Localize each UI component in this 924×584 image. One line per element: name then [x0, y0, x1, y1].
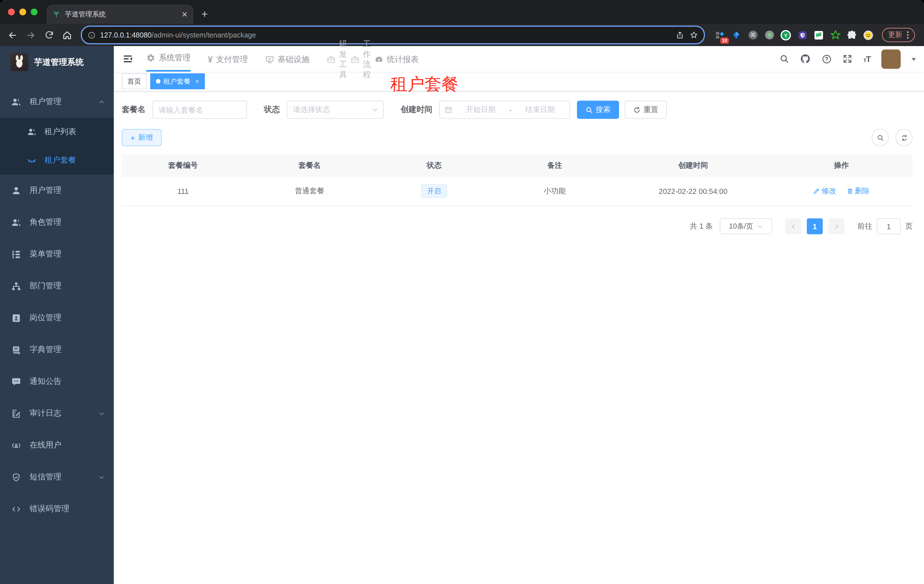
- avatar-caret-icon[interactable]: [911, 58, 916, 61]
- users-icon: [12, 217, 21, 227]
- help-icon[interactable]: [822, 54, 832, 64]
- cell-created-time: 2022-02-22 00:54:00: [616, 187, 770, 195]
- date-range-picker[interactable]: 开始日期 - 结束日期: [439, 100, 570, 119]
- topnav-item-report[interactable]: 统计报表: [375, 46, 419, 72]
- ext-shield-icon[interactable]: [797, 29, 808, 41]
- page-size-select[interactable]: 10条/页: [720, 218, 772, 234]
- tag-close-icon[interactable]: ×: [195, 77, 199, 85]
- share-icon[interactable]: [676, 31, 684, 39]
- edit-link[interactable]: 修改: [813, 186, 837, 196]
- cell-remark: 小功能: [493, 186, 616, 196]
- sidebar-item-label: 岗位管理: [30, 313, 105, 323]
- close-window-button[interactable]: [8, 8, 15, 15]
- site-info-icon[interactable]: [87, 31, 96, 39]
- package-table: 套餐编号 套餐名 状态 备注 创建时间 操作 111 普通套餐 开启 小功能 2…: [122, 154, 912, 206]
- ext-star-icon[interactable]: [830, 29, 841, 41]
- ext-chat-icon[interactable]: [813, 29, 825, 41]
- page-number-button[interactable]: 1: [807, 218, 823, 234]
- sidebar-item-post[interactable]: 岗位管理: [0, 302, 114, 334]
- topnav-item-pay[interactable]: ¥ 支付管理: [208, 46, 248, 72]
- tag-home[interactable]: 首页: [122, 73, 147, 89]
- browser-tabstrip: 芋道管理系统 ✕ +: [0, 0, 924, 24]
- briefcase-icon: [327, 55, 336, 64]
- browser-tab[interactable]: 芋道管理系统 ✕: [47, 5, 193, 24]
- user-avatar[interactable]: [881, 49, 901, 69]
- browser-update-button[interactable]: 更新: [882, 28, 915, 42]
- sidebar-item-dept[interactable]: 部门管理: [0, 270, 114, 302]
- date-separator: -: [509, 105, 512, 114]
- tree-list-icon: [12, 249, 21, 259]
- next-page-button[interactable]: [828, 218, 844, 234]
- pagination-total: 共 1 条: [690, 221, 713, 232]
- topnav-item-infra[interactable]: 基础设施: [265, 46, 310, 72]
- search-icon[interactable]: [780, 54, 789, 64]
- sidebar-item-user[interactable]: 用户管理: [0, 174, 114, 206]
- topnav-item-dev[interactable]: 研发工具: [327, 46, 333, 72]
- delete-label: 删除: [855, 186, 870, 196]
- topnav-item-system[interactable]: 系统管理: [146, 46, 191, 72]
- tag-tenant-package[interactable]: 租户套餐 ×: [150, 73, 205, 89]
- ext-metrics-icon[interactable]: 10: [714, 29, 726, 41]
- delete-link[interactable]: 删除: [846, 186, 870, 196]
- ext-y-icon[interactable]: Y: [780, 29, 792, 41]
- ext-kite-icon[interactable]: [731, 29, 742, 41]
- tab-close-icon[interactable]: ✕: [182, 10, 188, 18]
- sidebar-item-label: 字典管理: [30, 345, 105, 355]
- bookmark-star-icon[interactable]: [690, 31, 698, 39]
- badge-icon: [12, 313, 21, 323]
- users-icon: [27, 127, 36, 137]
- new-tab-button[interactable]: +: [201, 8, 208, 20]
- sidebar-item-label: 短信管理: [30, 472, 90, 482]
- refresh-button[interactable]: [896, 129, 912, 146]
- sidebar-item-tenant-package[interactable]: 租户套餐: [0, 146, 114, 174]
- sidebar-item-label: 租户套餐: [45, 155, 105, 166]
- sidebar-item-label: 角色管理: [30, 217, 105, 227]
- hamburger-icon[interactable]: [114, 46, 142, 72]
- font-size-icon[interactable]: тT: [863, 54, 871, 64]
- status-select[interactable]: 请选择状态: [287, 100, 383, 119]
- package-name-input[interactable]: [152, 100, 247, 119]
- search-button[interactable]: 搜索: [577, 100, 619, 119]
- sidebar-item-audit[interactable]: 审计日志: [0, 398, 114, 429]
- column-header: 状态: [375, 160, 493, 171]
- reset-button[interactable]: 重置: [625, 100, 667, 119]
- edit-label: 修改: [822, 186, 837, 196]
- page-size-value: 10条/页: [729, 222, 753, 231]
- back-icon[interactable]: [5, 27, 20, 43]
- table-header: 套餐编号 套餐名 状态 备注 创建时间 操作: [122, 154, 912, 177]
- sidebar-item-notice[interactable]: 通知公告: [0, 366, 114, 398]
- goto-page-input[interactable]: [877, 218, 901, 234]
- ext-command-icon[interactable]: ⌘: [747, 29, 759, 41]
- sidebar-item-tenant[interactable]: 租户管理: [0, 86, 114, 118]
- home-icon[interactable]: [59, 27, 75, 43]
- forward-icon[interactable]: [23, 27, 39, 43]
- date-end-placeholder: 结束日期: [515, 105, 565, 115]
- sidebar-item-sms[interactable]: 短信管理: [0, 461, 114, 493]
- eye-closed-icon: [27, 156, 36, 165]
- prev-page-button[interactable]: [785, 218, 801, 234]
- sidebar-item-menu[interactable]: 菜单管理: [0, 238, 114, 270]
- status-badge: 开启: [421, 184, 447, 198]
- github-icon[interactable]: [800, 53, 811, 64]
- sidebar-item-online[interactable]: 在线用户: [0, 429, 114, 461]
- reload-icon[interactable]: [41, 27, 57, 43]
- fullscreen-icon[interactable]: [843, 54, 853, 64]
- sidebar-item-errcode[interactable]: 错误码管理: [0, 493, 114, 525]
- browser-menu-icon[interactable]: [907, 31, 909, 39]
- sidebar-item-tenant-list[interactable]: 租户列表: [0, 118, 114, 146]
- svg-text:⌘: ⌘: [750, 31, 756, 38]
- sidebar-item-dict[interactable]: 字典管理: [0, 334, 114, 366]
- address-bar[interactable]: 127.0.0.1:48080/admin-ui/system/tenant/p…: [81, 26, 705, 44]
- zoom-window-button[interactable]: [31, 8, 38, 15]
- topnav-item-workflow[interactable]: 工作流程: [350, 46, 357, 72]
- toggle-search-button[interactable]: [872, 129, 889, 146]
- minimize-window-button[interactable]: [19, 8, 26, 15]
- sidebar-logo[interactable]: 芋道管理系统: [0, 46, 114, 78]
- dictionary-book-icon: [12, 345, 21, 355]
- ext-dot-icon[interactable]: [764, 29, 775, 41]
- profile-avatar-emoji[interactable]: [863, 29, 874, 41]
- sidebar-item-role[interactable]: 角色管理: [0, 206, 114, 238]
- browser-window: 芋道管理系统 ✕ + 127.0.0.1:48080/admin-ui/syst…: [0, 0, 924, 584]
- add-button[interactable]: + 新增: [122, 129, 162, 146]
- extensions-puzzle-icon[interactable]: [846, 29, 858, 41]
